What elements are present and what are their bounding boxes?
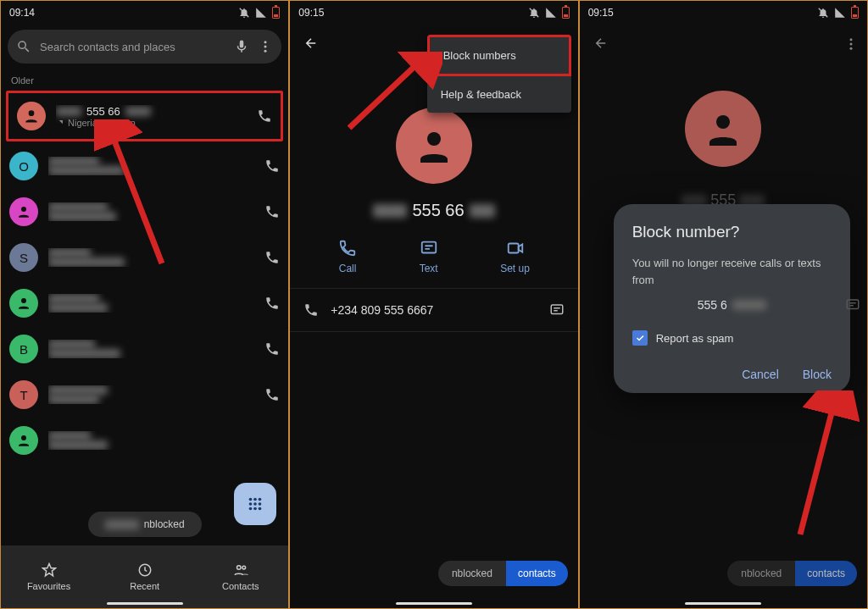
setup-button[interactable]: Set up <box>500 239 530 274</box>
search-bar[interactable]: Search contacts and places <box>8 30 281 64</box>
panel-recents: 09:14 Search contacts and places Older 5… <box>0 0 289 609</box>
contact-avatar <box>685 91 761 167</box>
call-date: 16 Jan <box>108 118 136 128</box>
panel-block-dialog: 09:15 555 Block number? You will no long… <box>579 0 868 609</box>
message-icon[interactable] <box>549 302 565 318</box>
status-bar: 09:15 <box>580 1 867 25</box>
block-button[interactable]: Block <box>803 368 832 381</box>
phone-icon[interactable] <box>257 108 272 124</box>
keypad-fab[interactable] <box>234 483 276 525</box>
avatar <box>17 102 46 130</box>
search-icon <box>16 39 31 54</box>
video-icon <box>506 239 525 257</box>
contact-avatar <box>396 108 472 184</box>
people-icon <box>233 562 248 578</box>
overflow-menu: Block numbers Help & feedback <box>427 35 571 113</box>
back-button[interactable] <box>587 29 615 61</box>
dialog-title: Block number? <box>632 223 832 241</box>
dialpad-icon <box>246 495 264 513</box>
call-row[interactable]: O <box>1 143 288 189</box>
svg-point-11 <box>249 502 253 506</box>
svg-point-16 <box>259 507 262 511</box>
svg-point-3 <box>264 50 267 53</box>
overflow-button[interactable] <box>843 36 859 55</box>
avatar: O <box>9 152 38 180</box>
svg-point-14 <box>249 507 253 511</box>
person-icon <box>703 108 743 149</box>
call-row[interactable]: S <box>1 235 288 280</box>
star-icon <box>42 562 57 578</box>
snackbar-chips: nblocked contacts <box>438 561 568 586</box>
clock-icon <box>137 562 153 578</box>
chip-contacts[interactable]: contacts <box>506 561 568 586</box>
bottom-nav: Favourites Recent Contacts <box>1 545 288 608</box>
svg-point-19 <box>242 566 246 569</box>
section-older: Older <box>1 69 288 89</box>
report-spam-row[interactable]: Report as spam <box>632 327 832 363</box>
svg-rect-24 <box>508 244 518 253</box>
clock: 09:15 <box>298 7 324 19</box>
checkbox-checked-icon[interactable] <box>632 330 648 346</box>
svg-point-9 <box>253 498 257 501</box>
number-detail-row[interactable]: +234 809 555 6667 <box>290 288 577 332</box>
message-icon <box>420 239 438 257</box>
svg-point-12 <box>253 502 257 506</box>
overflow-icon <box>843 36 859 52</box>
svg-point-2 <box>264 46 267 48</box>
call-row[interactable]: T <box>1 372 288 418</box>
back-button[interactable] <box>297 29 326 61</box>
phone-icon[interactable] <box>264 250 280 265</box>
toast: nblocked <box>88 512 202 537</box>
clock: 09:14 <box>9 7 35 19</box>
status-icons <box>238 7 280 19</box>
full-number: +234 809 555 6667 <box>331 303 537 317</box>
snackbar-chips: nblocked contacts <box>727 561 857 586</box>
message-icon <box>845 297 860 313</box>
chip-unblocked: nblocked <box>438 561 506 586</box>
gesture-bar <box>107 602 183 605</box>
call-row[interactable] <box>1 280 288 326</box>
dialog-number: 555 6 <box>632 288 832 327</box>
menu-block-numbers[interactable]: Block numbers <box>427 35 571 76</box>
battery-low-icon <box>272 7 280 19</box>
menu-help-feedback[interactable]: Help & feedback <box>427 76 571 113</box>
call-button[interactable]: Call <box>338 239 357 274</box>
dialog-body: You will no longer receive calls or text… <box>632 255 832 288</box>
call-row[interactable]: 555 66 Nigeria • 16 Jan <box>8 93 281 139</box>
svg-point-10 <box>259 498 262 501</box>
signal-icon <box>545 7 557 19</box>
mic-icon[interactable] <box>234 39 249 54</box>
bell-off-icon <box>817 7 829 19</box>
svg-point-15 <box>253 507 257 511</box>
phone-icon[interactable] <box>264 204 280 219</box>
tab-favourites[interactable]: Favourites <box>1 545 97 608</box>
svg-point-22 <box>427 132 441 146</box>
phone-icon[interactable] <box>264 387 280 402</box>
phone-icon[interactable] <box>264 296 280 311</box>
svg-line-33 <box>800 403 834 534</box>
tab-recent[interactable]: Recent <box>97 545 192 608</box>
text-button[interactable]: Text <box>420 239 438 274</box>
svg-point-1 <box>264 41 267 43</box>
call-row[interactable] <box>1 418 288 463</box>
location: Nigeria <box>68 118 97 128</box>
avatar: B <box>9 335 38 363</box>
battery-low-icon <box>851 7 859 19</box>
call-row[interactable]: B <box>1 326 288 372</box>
svg-rect-23 <box>421 242 436 253</box>
cancel-button[interactable]: Cancel <box>742 368 779 381</box>
arrow-left-icon <box>303 36 319 51</box>
signal-icon <box>834 7 846 19</box>
person-icon <box>414 125 454 166</box>
chip-contacts[interactable]: contacts <box>795 561 857 586</box>
outgoing-icon <box>56 119 64 127</box>
call-row[interactable] <box>1 189 288 235</box>
chip-unblocked: nblocked <box>727 561 795 586</box>
svg-point-31 <box>716 115 730 129</box>
overflow-icon[interactable] <box>258 39 273 54</box>
phone-icon[interactable] <box>264 341 280 357</box>
tab-contacts[interactable]: Contacts <box>192 545 288 608</box>
annotation-arrow <box>749 390 860 543</box>
svg-point-8 <box>249 498 253 501</box>
phone-icon[interactable] <box>264 158 280 174</box>
